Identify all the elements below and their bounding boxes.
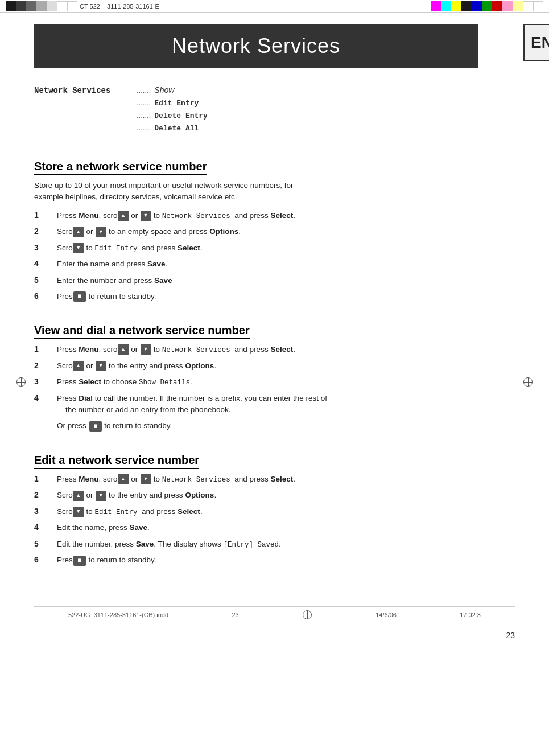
view-step-2-text: Scro or to the entry and press Options. [57,360,216,372]
store-step-4-num: 4 [34,259,57,268]
store-step-6-text: Pres to return to standby. [57,291,156,302]
store-step-2-text: Scro or to an empty space and press Opti… [57,226,241,237]
color-square-ltgray [47,1,57,11]
edit-step-1-num: 1 [34,474,57,483]
color-squares [6,1,77,11]
store-step-1-text: Press Menu, scro or to Network Services … [57,210,295,222]
section-view-heading: View and dial a network service number [34,324,250,339]
menu-dots-0: ....... [137,86,151,94]
edit-step-4: 4 Edit the name, press Save. [34,522,515,533]
section-store: Store a network service number Store up … [34,144,515,302]
color-blue [472,1,482,11]
section-store-heading: Store a network service number [34,160,207,175]
title-banner: Network Services [34,24,478,68]
edit-step-6: 6 Pres to return to standby. [34,554,515,566]
en-badge: EN [523,24,549,61]
edit-step-2: 2 Scro or to the entry and press Options… [34,490,515,501]
section-edit: Edit a network service number 1 Press Me… [34,438,515,566]
color-yellow [451,1,461,11]
store-step-3-text: Scro to Edit Entry and press Select. [57,243,203,254]
menu-item-delete-entry: Delete Entry [154,112,208,120]
color-square-white [57,1,67,11]
store-step-2: 2 Scro or to an empty space and press Op… [34,226,515,237]
edit-step-4-num: 4 [34,523,57,532]
store-step-3: 3 Scro to Edit Entry and press Select. [34,243,515,254]
view-step-2-num: 2 [34,361,57,370]
menu-row-label: Network Services ....... Show [34,85,515,95]
menu-dots-3: ....... [137,124,151,132]
view-step-1: 1 Press Menu, scro or to Network Service… [34,344,515,356]
footer-page-left: 23 [232,611,238,618]
menu-section: Network Services ....... Show ....... Ed… [34,85,515,133]
footer-file: 522-UG_3111-285-31161-(GB).indd [68,611,168,618]
menu-dots-1: ....... [137,98,151,107]
view-step-4-text: Press Dial to call the number. If the nu… [57,393,327,416]
menu-row-edit-entry: ....... Edit Entry [34,98,515,108]
store-step-3-num: 3 [34,243,57,252]
footer-crosshair-center [302,610,312,619]
menu-row-delete-all: ....... Delete All [34,124,515,133]
color-cyan [441,1,451,11]
store-step-5: 5 Enter the number and press Save [34,275,515,286]
view-step-3: 3 Press Select to choose Show Details. [34,376,515,388]
menu-item-delete-all: Delete All [154,124,199,133]
store-step-5-num: 5 [34,276,57,285]
color-bar-right-squares [431,1,543,11]
edit-step-1: 1 Press Menu, scro or to Network Service… [34,474,515,486]
color-green [482,1,492,11]
footer-time: 17:02:3 [460,611,481,618]
color-lt-yellow [513,1,523,11]
view-step-1-text: Press Menu, scro or to Network Services … [57,344,295,356]
edit-step-6-text: Pres to return to standby. [57,554,156,566]
store-step-4-text: Enter the name and press Save. [57,258,167,270]
store-step-4: 4 Enter the name and press Save. [34,258,515,270]
store-step-1: 1 Press Menu, scro or to Network Service… [34,210,515,222]
section-edit-heading: Edit a network service number [34,454,199,469]
color-magenta [431,1,441,11]
view-step-3-text: Press Select to choose Show Details. [57,376,192,388]
edit-step-1-text: Press Menu, scro or to Network Services … [57,474,295,486]
color-black2 [461,1,472,11]
store-step-1-num: 1 [34,211,57,220]
store-step-6-num: 6 [34,291,57,301]
edit-step-3-text: Scro to Edit Entry and press Select. [57,506,203,518]
page-title: Network Services [34,34,478,58]
color-square-black [6,1,16,11]
view-step-2: 2 Scro or to the entry and press Options… [34,360,515,372]
crosshair-right [523,377,533,387]
view-subnote: Or press to return to standby. [57,420,515,432]
store-step-6: 6 Pres to return to standby. [34,291,515,302]
title-area: Network Services EN [34,24,515,68]
edit-step-2-num: 2 [34,490,57,499]
color-square-white2 [67,1,77,11]
color-white4 [533,1,543,11]
section-view: View and dial a network service number 1… [34,308,515,432]
edit-step-2-text: Scro or to the entry and press Options. [57,490,216,501]
section-store-intro: Store up to 10 of your most important or… [34,180,515,203]
edit-step-4-text: Edit the name, press Save. [57,522,150,533]
view-step-3-num: 3 [34,377,57,386]
color-square-mid [26,1,36,11]
page-number-area: 23 [34,631,515,640]
footer-date: 14/6/06 [375,611,397,618]
edit-step-3-num: 3 [34,507,57,516]
page-number: 23 [506,631,515,640]
edit-step-5-text: Edit the number, press Save. The display… [57,539,281,550]
view-step-4: 4 Press Dial to call the number. If the … [34,393,515,416]
crosshair-left [16,377,26,387]
edit-step-3: 3 Scro to Edit Entry and press Select. [34,506,515,518]
edit-step-5: 5 Edit the number, press Save. The displ… [34,539,515,550]
page-content: Network Services EN Network Services ...… [0,24,549,674]
edit-step-5-num: 5 [34,539,57,548]
colorbar-text: CT 522 – 3111-285-31161-E [80,3,159,10]
store-step-5-text: Enter the number and press Save [57,275,172,286]
edit-step-6-num: 6 [34,555,57,564]
menu-dots-2: ....... [137,111,151,120]
color-pink [502,1,513,11]
menu-item-edit-entry: Edit Entry [154,99,199,108]
menu-row-delete-entry: ....... Delete Entry [34,111,515,120]
store-step-2-num: 2 [34,227,57,236]
color-square-lt [36,1,47,11]
color-bar: CT 522 – 3111-285-31161-E [0,0,549,13]
store-steps-list: 1 Press Menu, scro or to Network Service… [34,210,515,303]
